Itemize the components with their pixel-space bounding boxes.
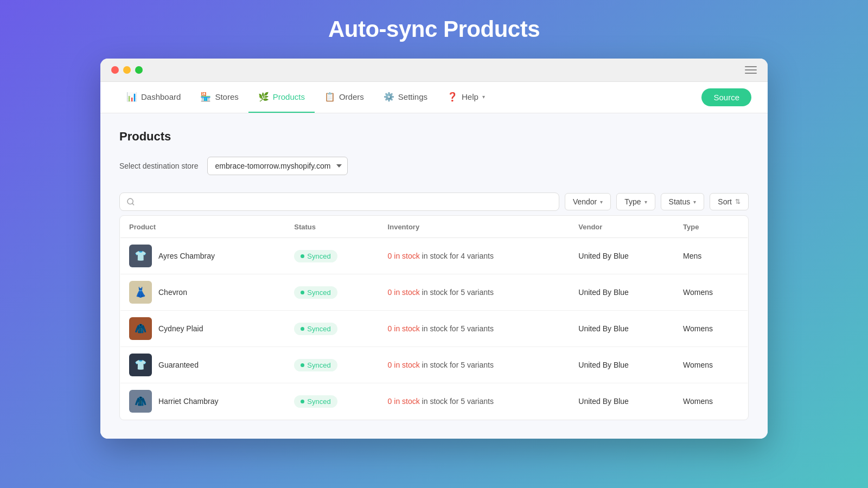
store-selector-row: Select destination store embrace-tomorro… (119, 157, 749, 175)
hamburger-menu-icon[interactable] (745, 66, 757, 74)
source-button[interactable]: Source (701, 88, 751, 106)
status-badge: Synced (294, 395, 337, 408)
store-selector-label: Select destination store (119, 162, 199, 170)
inventory-variants: in stock for 5 variants (420, 324, 494, 333)
status-label: Synced (307, 288, 330, 297)
products-icon: 🌿 (258, 92, 269, 102)
inventory-cell: 0 in stock in stock for 5 variants (379, 311, 570, 347)
inventory-variants: in stock for 5 variants (420, 397, 494, 406)
settings-icon: ⚙️ (384, 92, 394, 102)
type-chevron-icon: ▾ (644, 199, 647, 205)
nav-item-stores[interactable]: 🏪 Stores (190, 82, 248, 113)
window-maximize-btn[interactable] (135, 66, 143, 74)
nav-label-dashboard: Dashboard (141, 92, 181, 101)
navbar: 📊 Dashboard 🏪 Stores 🌿 Products 📋 Orders… (100, 82, 768, 113)
sort-button[interactable]: Sort ⇅ (710, 193, 749, 210)
product-cell-1: 👕 Ayres Chambray (120, 238, 286, 274)
vendor-cell: United By Blue (570, 347, 674, 383)
type-filter-label: Type (624, 197, 641, 206)
table-row[interactable]: 🧥 Harriet Chambray Synced 0 in stock in … (120, 383, 748, 420)
products-table: Product Status Inventory Vendor Type 👕 A… (120, 216, 748, 420)
window-titlebar (100, 59, 768, 82)
synced-dot-icon (301, 254, 304, 258)
product-cell-5: 🧥 Harriet Chambray (120, 383, 286, 420)
col-header-status: Status (285, 216, 379, 238)
nav-label-orders: Orders (339, 92, 364, 101)
product-cell-3: 🧥 Cydney Plaid (120, 311, 286, 347)
status-badge: Synced (294, 359, 337, 371)
product-cell-2: 👗 Chevron (120, 274, 286, 311)
product-thumbnail: 🧥 (129, 390, 152, 413)
dashboard-icon: 📊 (126, 92, 137, 102)
col-header-type: Type (674, 216, 748, 238)
inventory-variants: in stock for 4 variants (420, 252, 494, 260)
window-minimize-btn[interactable] (123, 66, 131, 74)
vendor-filter-label: Vendor (573, 197, 597, 206)
status-cell: Synced (285, 238, 379, 274)
status-badge: Synced (294, 323, 337, 335)
table-row[interactable]: 👕 Guaranteed Synced 0 in stock in stock … (120, 347, 748, 383)
stores-icon: 🏪 (200, 92, 211, 102)
main-content: Products Select destination store embrac… (100, 113, 768, 439)
status-label: Synced (307, 397, 330, 406)
table-header-row: Product Status Inventory Vendor Type (120, 216, 748, 238)
nav-label-stores: Stores (215, 92, 238, 101)
nav-label-products: Products (273, 92, 305, 101)
synced-dot-icon (301, 327, 304, 331)
table-row[interactable]: 👕 Ayres Chambray Synced 0 in stock in st… (120, 238, 748, 274)
search-input[interactable] (139, 197, 552, 206)
vendor-cell: United By Blue (570, 274, 674, 311)
inventory-cell: 0 in stock in stock for 5 variants (379, 347, 570, 383)
type-cell: Mens (674, 238, 748, 274)
type-cell: Womens (674, 311, 748, 347)
window-close-btn[interactable] (111, 66, 119, 74)
filter-row: Vendor ▾ Type ▾ Status ▾ Sort ⇅ (119, 187, 749, 215)
status-label: Synced (307, 252, 330, 260)
synced-dot-icon (301, 291, 304, 294)
type-cell: Womens (674, 347, 748, 383)
vendor-filter-button[interactable]: Vendor ▾ (565, 193, 611, 210)
product-thumbnail: 🧥 (129, 317, 152, 340)
nav-item-settings[interactable]: ⚙️ Settings (374, 82, 437, 113)
product-name: Ayres Chambray (158, 252, 215, 260)
help-icon: ❓ (447, 92, 458, 102)
status-cell: Synced (285, 311, 379, 347)
page-title: Auto-sync Products (328, 16, 540, 42)
table-row[interactable]: 👗 Chevron Synced 0 in stock in stock for… (120, 274, 748, 311)
col-header-product: Product (120, 216, 286, 238)
status-badge: Synced (294, 250, 337, 262)
vendor-cell: United By Blue (570, 238, 674, 274)
status-chevron-icon: ▾ (693, 199, 696, 205)
out-of-stock-count: 0 in stock (388, 324, 420, 333)
table-row[interactable]: 🧥 Cydney Plaid Synced 0 in stock in stoc… (120, 311, 748, 347)
sort-label: Sort (718, 197, 732, 206)
inventory-cell: 0 in stock in stock for 5 variants (379, 383, 570, 420)
inventory-variants: in stock for 5 variants (420, 361, 494, 369)
nav-links: 📊 Dashboard 🏪 Stores 🌿 Products 📋 Orders… (117, 82, 701, 113)
search-wrapper (119, 192, 559, 211)
product-name: Guaranteed (158, 361, 199, 369)
nav-item-help[interactable]: ❓ Help ▾ (437, 82, 495, 113)
nav-item-dashboard[interactable]: 📊 Dashboard (117, 82, 190, 113)
out-of-stock-count: 0 in stock (388, 397, 420, 406)
nav-item-products[interactable]: 🌿 Products (248, 82, 315, 113)
sort-arrows-icon: ⇅ (735, 198, 741, 206)
product-thumbnail: 👕 (129, 245, 152, 267)
product-name: Chevron (158, 288, 187, 297)
status-filter-button[interactable]: Status ▾ (661, 193, 705, 210)
product-thumbnail: 👗 (129, 281, 152, 304)
nav-item-orders[interactable]: 📋 Orders (315, 82, 374, 113)
destination-store-select[interactable]: embrace-tomorrow.myshopify.com (207, 157, 348, 175)
inventory-cell: 0 in stock in stock for 4 variants (379, 238, 570, 274)
vendor-cell: United By Blue (570, 383, 674, 420)
inventory-variants: in stock for 5 variants (420, 288, 494, 297)
col-header-vendor: Vendor (570, 216, 674, 238)
type-filter-button[interactable]: Type ▾ (616, 193, 655, 210)
status-label: Synced (307, 325, 330, 333)
svg-line-1 (132, 203, 134, 205)
status-badge: Synced (294, 286, 337, 299)
status-label: Synced (307, 361, 330, 369)
product-name: Harriet Chambray (158, 397, 218, 406)
inventory-cell: 0 in stock in stock for 5 variants (379, 274, 570, 311)
product-name: Cydney Plaid (158, 324, 203, 333)
